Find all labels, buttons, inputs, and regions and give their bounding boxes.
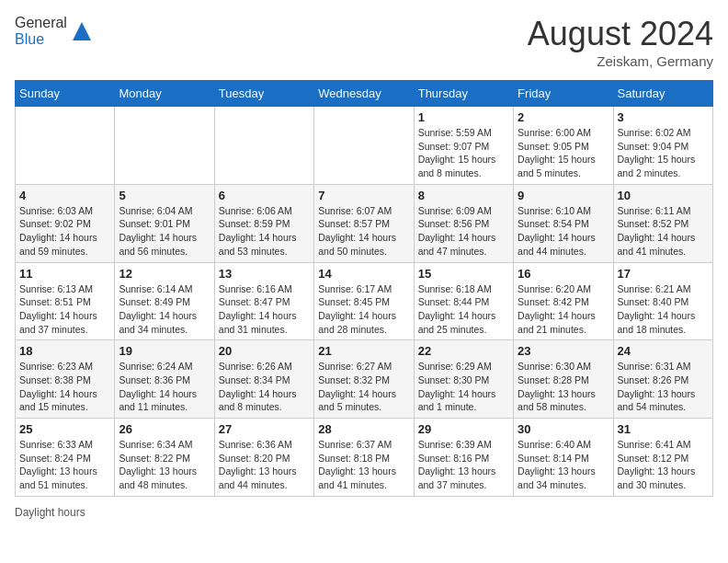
day-number: 18 [19, 344, 110, 358]
day-info: Sunrise: 6:37 AMSunset: 8:18 PMDaylight:… [318, 438, 409, 492]
calendar-week-row: 4Sunrise: 6:03 AMSunset: 9:02 PMDaylight… [16, 184, 713, 262]
day-info: Sunrise: 6:09 AMSunset: 8:56 PMDaylight:… [418, 204, 509, 259]
day-number: 31 [618, 422, 709, 436]
day-info: Sunrise: 6:31 AMSunset: 8:26 PMDaylight:… [618, 360, 709, 414]
day-number: 25 [19, 422, 110, 436]
day-number: 5 [119, 189, 210, 202]
logo-icon [69, 18, 95, 44]
logo: General Blue [15, 15, 95, 48]
calendar-cell: 12Sunrise: 6:14 AMSunset: 8:49 PMDayligh… [115, 262, 214, 340]
location-subtitle: Zeiskam, Germany [528, 53, 713, 69]
day-number: 6 [219, 189, 310, 202]
day-info: Sunrise: 5:59 AMSunset: 9:07 PMDaylight:… [418, 126, 509, 180]
day-info: Sunrise: 6:13 AMSunset: 8:51 PMDaylight:… [19, 282, 110, 337]
calendar-cell: 28Sunrise: 6:37 AMSunset: 8:18 PMDayligh… [314, 419, 414, 497]
calendar-cell [16, 107, 115, 185]
logo-blue-text: Blue [15, 31, 44, 47]
day-info: Sunrise: 6:03 AMSunset: 9:02 PMDaylight:… [19, 204, 110, 259]
calendar-cell: 7Sunrise: 6:07 AMSunset: 8:57 PMDaylight… [314, 184, 414, 262]
calendar-cell: 3Sunrise: 6:02 AMSunset: 9:04 PMDaylight… [613, 107, 712, 185]
calendar-cell: 15Sunrise: 6:18 AMSunset: 8:44 PMDayligh… [414, 262, 513, 340]
day-number: 14 [318, 267, 409, 281]
calendar-cell: 10Sunrise: 6:11 AMSunset: 8:52 PMDayligh… [613, 184, 712, 262]
day-number: 12 [119, 267, 210, 281]
calendar-cell: 9Sunrise: 6:10 AMSunset: 8:54 PMDaylight… [514, 184, 613, 262]
day-number: 16 [518, 267, 609, 281]
day-info: Sunrise: 6:40 AMSunset: 8:14 PMDaylight:… [518, 438, 609, 492]
day-number: 4 [19, 189, 110, 202]
weekday-header: Friday [514, 81, 613, 107]
day-number: 27 [219, 422, 310, 436]
calendar-cell [115, 107, 214, 185]
calendar-cell: 21Sunrise: 6:27 AMSunset: 8:32 PMDayligh… [314, 340, 414, 419]
calendar-cell [314, 107, 414, 185]
day-info: Sunrise: 6:36 AMSunset: 8:20 PMDaylight:… [219, 438, 310, 492]
calendar-cell: 19Sunrise: 6:24 AMSunset: 8:36 PMDayligh… [115, 340, 214, 419]
day-number: 3 [618, 110, 709, 124]
calendar-cell: 27Sunrise: 6:36 AMSunset: 8:20 PMDayligh… [214, 419, 313, 497]
day-info: Sunrise: 6:29 AMSunset: 8:30 PMDaylight:… [418, 360, 509, 414]
month-year-title: August 2024 [528, 15, 713, 53]
day-number: 8 [418, 189, 509, 202]
calendar-cell: 31Sunrise: 6:41 AMSunset: 8:12 PMDayligh… [613, 419, 712, 497]
day-number: 23 [518, 344, 609, 358]
day-info: Sunrise: 6:00 AMSunset: 9:05 PMDaylight:… [518, 126, 609, 180]
calendar-cell: 2Sunrise: 6:00 AMSunset: 9:05 PMDaylight… [514, 107, 613, 185]
calendar-week-row: 25Sunrise: 6:33 AMSunset: 8:24 PMDayligh… [16, 419, 713, 497]
day-info: Sunrise: 6:23 AMSunset: 8:38 PMDaylight:… [19, 360, 110, 414]
day-number: 21 [318, 344, 409, 358]
calendar-cell: 6Sunrise: 6:06 AMSunset: 8:59 PMDaylight… [214, 184, 313, 262]
day-info: Sunrise: 6:14 AMSunset: 8:49 PMDaylight:… [119, 282, 210, 337]
day-number: 19 [119, 344, 210, 358]
calendar-cell [214, 107, 313, 185]
day-number: 7 [318, 189, 409, 202]
day-number: 2 [518, 110, 609, 124]
calendar-table: SundayMondayTuesdayWednesdayThursdayFrid… [15, 80, 713, 497]
calendar-cell: 4Sunrise: 6:03 AMSunset: 9:02 PMDaylight… [16, 184, 115, 262]
calendar-cell: 24Sunrise: 6:31 AMSunset: 8:26 PMDayligh… [613, 340, 712, 419]
day-info: Sunrise: 6:21 AMSunset: 8:40 PMDaylight:… [618, 282, 709, 337]
weekday-header: Thursday [414, 81, 513, 107]
day-info: Sunrise: 6:16 AMSunset: 8:47 PMDaylight:… [219, 282, 310, 337]
day-number: 11 [19, 267, 110, 281]
title-block: August 2024 Zeiskam, Germany [528, 15, 713, 69]
day-info: Sunrise: 6:20 AMSunset: 8:42 PMDaylight:… [518, 282, 609, 337]
calendar-week-row: 11Sunrise: 6:13 AMSunset: 8:51 PMDayligh… [16, 262, 713, 340]
calendar-cell: 5Sunrise: 6:04 AMSunset: 9:01 PMDaylight… [115, 184, 214, 262]
day-number: 24 [618, 344, 709, 358]
logo-general-text: General [15, 15, 67, 30]
day-info: Sunrise: 6:06 AMSunset: 8:59 PMDaylight:… [219, 204, 310, 259]
calendar-cell: 1Sunrise: 5:59 AMSunset: 9:07 PMDaylight… [414, 107, 513, 185]
day-number: 22 [418, 344, 509, 358]
day-number: 17 [618, 267, 709, 281]
day-info: Sunrise: 6:27 AMSunset: 8:32 PMDaylight:… [318, 360, 409, 414]
day-number: 9 [518, 189, 609, 202]
weekday-header: Wednesday [314, 81, 414, 107]
calendar-cell: 11Sunrise: 6:13 AMSunset: 8:51 PMDayligh… [16, 262, 115, 340]
day-info: Sunrise: 6:10 AMSunset: 8:54 PMDaylight:… [518, 204, 609, 259]
day-number: 10 [618, 189, 709, 202]
weekday-header: Sunday [16, 81, 115, 107]
calendar-cell: 25Sunrise: 6:33 AMSunset: 8:24 PMDayligh… [16, 419, 115, 497]
day-number: 26 [119, 422, 210, 436]
calendar-cell: 23Sunrise: 6:30 AMSunset: 8:28 PMDayligh… [514, 340, 613, 419]
day-info: Sunrise: 6:30 AMSunset: 8:28 PMDaylight:… [518, 360, 609, 414]
weekday-header-row: SundayMondayTuesdayWednesdayThursdayFrid… [16, 81, 713, 107]
day-info: Sunrise: 6:11 AMSunset: 8:52 PMDaylight:… [618, 204, 709, 259]
day-number: 30 [518, 422, 609, 436]
day-info: Sunrise: 6:34 AMSunset: 8:22 PMDaylight:… [119, 438, 210, 492]
daylight-hours-label: Daylight hours [15, 506, 85, 519]
day-info: Sunrise: 6:39 AMSunset: 8:16 PMDaylight:… [418, 438, 509, 492]
calendar-cell: 14Sunrise: 6:17 AMSunset: 8:45 PMDayligh… [314, 262, 414, 340]
day-info: Sunrise: 6:41 AMSunset: 8:12 PMDaylight:… [618, 438, 709, 492]
day-info: Sunrise: 6:24 AMSunset: 8:36 PMDaylight:… [119, 360, 210, 414]
calendar-cell: 30Sunrise: 6:40 AMSunset: 8:14 PMDayligh… [514, 419, 613, 497]
calendar-cell: 26Sunrise: 6:34 AMSunset: 8:22 PMDayligh… [115, 419, 214, 497]
weekday-header: Tuesday [214, 81, 313, 107]
calendar-week-row: 1Sunrise: 5:59 AMSunset: 9:07 PMDaylight… [16, 107, 713, 185]
day-info: Sunrise: 6:26 AMSunset: 8:34 PMDaylight:… [219, 360, 310, 414]
day-info: Sunrise: 6:17 AMSunset: 8:45 PMDaylight:… [318, 282, 409, 337]
day-info: Sunrise: 6:04 AMSunset: 9:01 PMDaylight:… [119, 204, 210, 259]
weekday-header: Monday [115, 81, 214, 107]
calendar-cell: 13Sunrise: 6:16 AMSunset: 8:47 PMDayligh… [214, 262, 313, 340]
